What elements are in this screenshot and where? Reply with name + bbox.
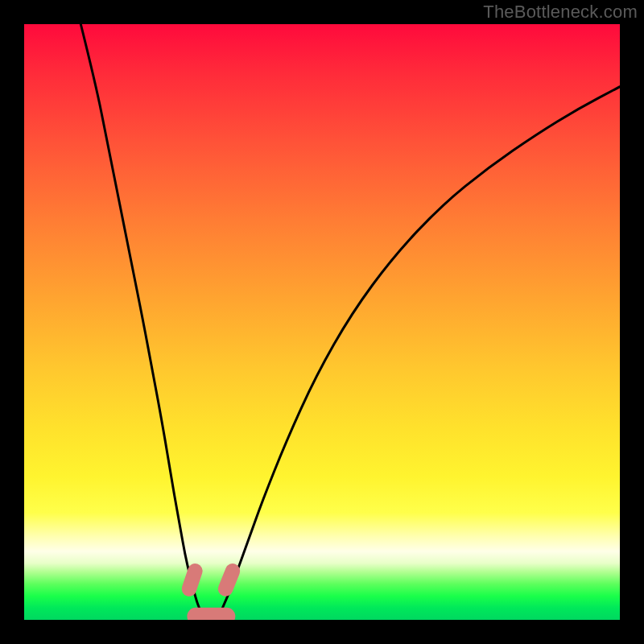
series-right-curve xyxy=(222,87,620,609)
plot-area xyxy=(24,24,620,620)
curve-layer xyxy=(24,24,620,620)
outer-frame: TheBottleneck.com xyxy=(0,0,644,644)
annotation-right-blob xyxy=(225,571,233,588)
series-left-curve xyxy=(80,24,199,608)
watermark-text: TheBottleneck.com xyxy=(483,2,638,23)
annotation-left-blob xyxy=(189,571,195,588)
